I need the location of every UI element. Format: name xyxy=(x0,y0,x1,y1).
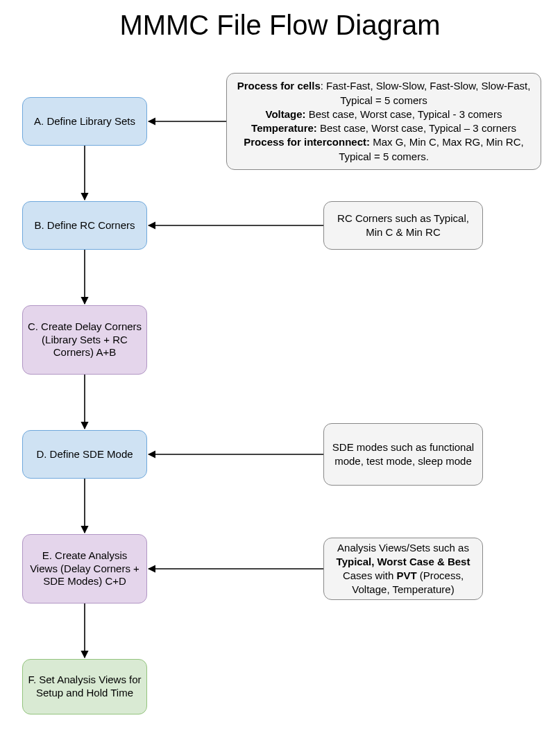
step-C: C. Create Delay Corners (Library Sets + … xyxy=(22,305,147,375)
step-A: A. Define Library Sets xyxy=(22,97,147,146)
note-E-mid: Cases with xyxy=(343,570,397,581)
step-E: E. Create Analysis Views (Delay Corners … xyxy=(22,534,147,603)
note-A-l3-bold: Temperature: xyxy=(251,122,317,134)
diagram-canvas: MMMC File Flow Diagram A. Define Library… xyxy=(0,0,560,745)
note-E-bold1: Typical, Worst Case & Best xyxy=(337,556,470,567)
note-A-l1-bold: Process for cells xyxy=(237,80,321,92)
note-A-l3-rest: Best case, Worst case, Typical – 3 corne… xyxy=(317,122,516,134)
note-B-text: RC Corners such as Typical, Min C & Min … xyxy=(331,212,475,240)
note-E: Analysis Views/Sets such as Typical, Wor… xyxy=(323,538,483,600)
step-D-label: D. Define SDE Mode xyxy=(36,448,133,461)
step-F: F. Set Analysis Views for Setup and Hold… xyxy=(22,659,147,714)
note-E-bold2: PVT xyxy=(396,570,416,581)
note-D: SDE modes such as functional mode, test … xyxy=(323,423,483,486)
note-E-pre: Analysis Views/Sets such as xyxy=(337,542,469,554)
step-A-label: A. Define Library Sets xyxy=(34,115,135,128)
step-B-label: B. Define RC Corners xyxy=(34,219,135,232)
note-A-l4-bold: Process for interconnect: xyxy=(244,136,370,148)
step-B: B. Define RC Corners xyxy=(22,201,147,250)
note-A: Process for cells: Fast-Fast, Slow-Slow,… xyxy=(226,73,541,170)
step-E-label: E. Create Analysis Views (Delay Corners … xyxy=(27,549,142,588)
note-D-text: SDE modes such as functional mode, test … xyxy=(331,440,475,469)
note-A-l2-rest: Best case, Worst case, Typical - 3 comer… xyxy=(306,108,502,120)
diagram-title: MMMC File Flow Diagram xyxy=(0,10,560,41)
note-A-l2-bold: Voltage: xyxy=(266,108,306,120)
note-B: RC Corners such as Typical, Min C & Min … xyxy=(323,201,483,250)
step-C-label: C. Create Delay Corners (Library Sets + … xyxy=(27,320,142,359)
note-A-l1-rest: : Fast-Fast, Slow-Slow, Fast-Slow, Slow-… xyxy=(321,80,531,105)
step-D: D. Define SDE Mode xyxy=(22,430,147,479)
step-F-label: F. Set Analysis Views for Setup and Hold… xyxy=(27,674,142,700)
